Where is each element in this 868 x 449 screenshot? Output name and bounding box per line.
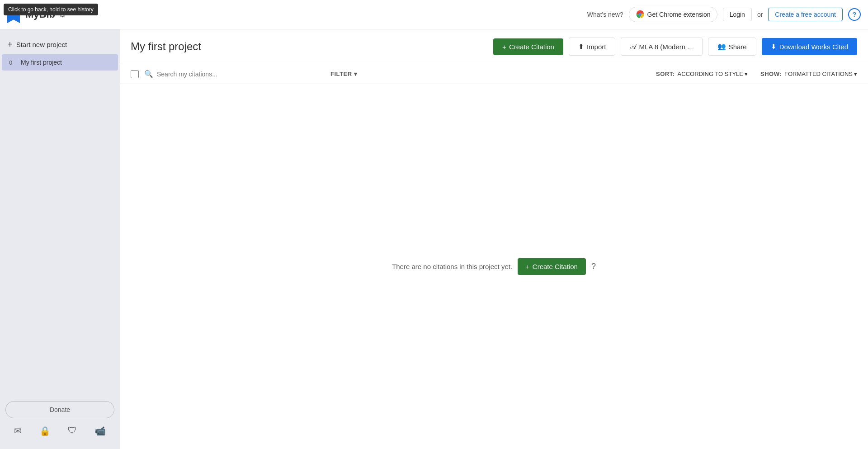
- toolbar: 🔍 FILTER ▾ SORT: ACCORDING TO STYLE ▾ SH…: [120, 64, 868, 84]
- empty-create-citation-button[interactable]: + Create Citation: [518, 258, 586, 275]
- download-works-cited-button[interactable]: ⬇ Download Works Cited: [762, 38, 857, 55]
- share-icon: 👥: [717, 43, 726, 51]
- main-content: My first project + Create Citation ⬆ Imp…: [120, 29, 868, 449]
- upload-icon: ⬆: [578, 43, 584, 51]
- search-input[interactable]: [157, 71, 325, 78]
- video-icon[interactable]: 📹: [94, 425, 106, 436]
- email-icon[interactable]: ✉: [14, 425, 22, 436]
- whats-new-link[interactable]: What's new?: [587, 11, 623, 18]
- donate-button[interactable]: Donate: [5, 401, 114, 418]
- create-citation-label: Create Citation: [509, 43, 554, 51]
- shield-icon[interactable]: 🛡: [68, 425, 77, 436]
- sidebar-item-my-first-project[interactable]: 0 My first project: [2, 54, 118, 71]
- chrome-icon: [636, 10, 645, 19]
- select-all-checkbox[interactable]: [131, 70, 139, 78]
- chrome-ext-label: Get Chrome extension: [647, 11, 711, 18]
- create-account-button[interactable]: Create a free account: [768, 8, 843, 21]
- mla-label: MLA 8 (Modern ...: [639, 43, 693, 51]
- search-icon: 🔍: [144, 70, 153, 78]
- new-project-label: Start new project: [16, 41, 67, 48]
- sort-chevron-icon: ▾: [745, 71, 748, 77]
- download-label: Download Works Cited: [779, 43, 848, 51]
- create-citation-button[interactable]: + Create Citation: [493, 38, 563, 55]
- sidebar: + Start new project 0 My first project D…: [0, 29, 120, 449]
- share-label: Share: [729, 43, 747, 51]
- mla-style-button[interactable]: 𝒜 MLA 8 (Modern ...: [621, 38, 702, 56]
- show-label: SHOW:: [760, 71, 782, 77]
- show-value-button[interactable]: FORMATTED CITATIONS ▾: [784, 71, 857, 77]
- main-header: My first project + Create Citation ⬆ Imp…: [120, 29, 868, 64]
- lock-icon[interactable]: 🔒: [39, 425, 51, 436]
- project-count: 0: [9, 59, 16, 66]
- help-button[interactable]: ?: [848, 8, 861, 21]
- show-chevron-icon: ▾: [854, 71, 857, 77]
- sidebar-footer-icons: ✉ 🔒 🛡 📹: [5, 418, 114, 438]
- plus-icon: +: [502, 43, 506, 51]
- layout: + Start new project 0 My first project D…: [0, 29, 868, 449]
- empty-state-text: There are no citations in this project y…: [392, 263, 512, 270]
- header-right: What's new? Get Chrome extension Login o…: [587, 7, 861, 22]
- plus-icon: +: [7, 39, 13, 50]
- download-icon: ⬇: [771, 43, 777, 51]
- login-button[interactable]: Login: [723, 8, 752, 21]
- header: MyBib ⚙ What's new? Get Chrome extension…: [0, 0, 868, 29]
- import-button[interactable]: ⬆ Import: [569, 38, 616, 56]
- sidebar-bottom: Donate ✉ 🔒 🛡 📹: [0, 396, 120, 444]
- filter-button[interactable]: FILTER ▾: [330, 71, 357, 77]
- search-container: 🔍: [144, 70, 325, 78]
- sort-label: SORT:: [656, 71, 675, 77]
- back-tooltip: Click to go back, hold to see history: [4, 4, 98, 15]
- question-mark: ?: [591, 262, 596, 271]
- sort-value-button[interactable]: ACCORDING TO STYLE ▾: [678, 71, 748, 77]
- new-project-button[interactable]: + Start new project: [0, 35, 120, 54]
- project-title: My first project: [131, 40, 488, 53]
- project-name: My first project: [21, 59, 62, 66]
- sort-section: SORT: ACCORDING TO STYLE ▾: [656, 71, 748, 77]
- import-label: Import: [587, 43, 606, 51]
- filter-chevron-icon: ▾: [354, 71, 358, 77]
- empty-create-label: Create Citation: [533, 263, 578, 270]
- filter-label: FILTER: [330, 71, 352, 77]
- share-button[interactable]: 👥 Share: [708, 38, 756, 56]
- empty-state: There are no citations in this project y…: [120, 84, 868, 449]
- text-style-icon: 𝒜: [630, 43, 636, 51]
- plus-icon: +: [526, 263, 530, 270]
- or-separator: or: [757, 11, 763, 18]
- chrome-extension-button[interactable]: Get Chrome extension: [629, 7, 717, 22]
- show-section: SHOW: FORMATTED CITATIONS ▾: [760, 71, 857, 77]
